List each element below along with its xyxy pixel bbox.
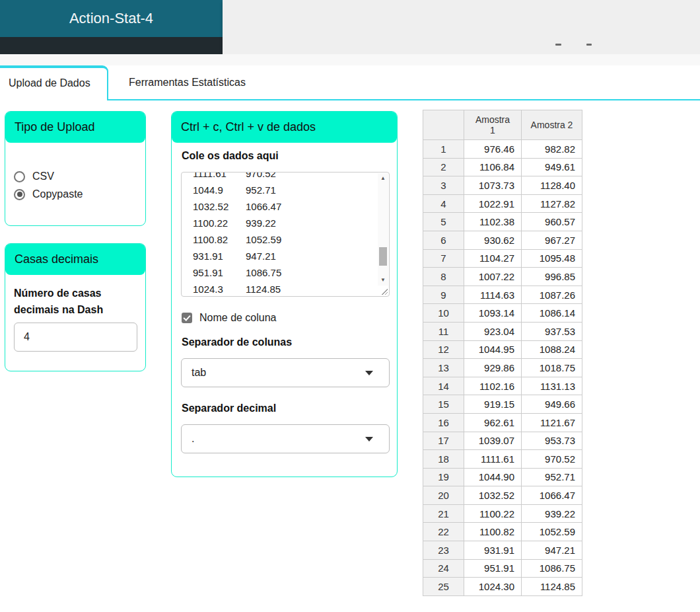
paste-data-textarea[interactable]: 1111.61970.521044.9952.711032.521066.471… <box>181 172 390 297</box>
scrollbar-thumb[interactable] <box>379 247 387 266</box>
textarea-line: 1111.61970.52 <box>193 172 376 182</box>
row-index-cell: 7 <box>423 249 464 268</box>
select-value: . <box>192 425 194 453</box>
row-index-cell: 4 <box>423 194 464 213</box>
decimal-separator-label: Separador decimal <box>182 402 276 414</box>
table-row: 13929.861018.75 <box>423 359 582 377</box>
data-cell: 1032.52 <box>464 486 522 505</box>
table-row: 24951.911086.75 <box>423 559 582 578</box>
textarea-line: 1100.22939.22 <box>193 215 376 231</box>
tab-label: Ferramentas Estatísticas <box>110 65 295 99</box>
column-name-checkbox[interactable] <box>182 313 192 323</box>
data-cell: 1088.24 <box>522 340 582 359</box>
chevron-down-icon <box>365 371 373 375</box>
upload-type-panel-title: Tipo de Upload <box>5 112 145 143</box>
data-table-body: 1976.46982.8221106.84949.6131073.731128.… <box>423 140 582 596</box>
radio-option-copypaste[interactable]: Copypaste <box>14 188 145 200</box>
column-header: Amostra 1 <box>464 110 522 140</box>
data-cell: 970.52 <box>522 450 582 469</box>
header-dark-strip <box>0 37 223 54</box>
radio-option-csv[interactable]: CSV <box>14 171 145 182</box>
data-cell: 1022.91 <box>464 194 522 213</box>
data-cell: 1086.75 <box>522 559 582 578</box>
scroll-up-icon[interactable]: ▲ <box>378 174 388 183</box>
textarea-line: 931.91947.21 <box>193 248 376 264</box>
data-cell: 949.61 <box>522 158 582 176</box>
textarea-scrollbar[interactable]: ▲ ▼ <box>378 173 388 286</box>
row-index-cell: 10 <box>423 304 464 323</box>
data-table: Amostra 1Amostra 2 1976.46982.8221106.84… <box>423 110 582 596</box>
data-cell: 931.91 <box>464 541 522 560</box>
textarea-line: 1044.9952.71 <box>193 182 376 198</box>
data-cell: 1127.82 <box>522 194 582 213</box>
data-cell: 1124.85 <box>522 578 582 596</box>
overlay-window <box>223 0 700 54</box>
radio-button-copypaste[interactable] <box>14 189 25 200</box>
data-cell: 1114.63 <box>464 286 522 304</box>
row-index-cell: 5 <box>423 213 464 231</box>
decimals-input[interactable] <box>14 323 137 352</box>
data-cell: 1100.82 <box>464 523 522 541</box>
table-row: 141102.161131.13 <box>423 377 582 395</box>
row-index-cell: 8 <box>423 268 464 286</box>
data-cell: 1102.16 <box>464 377 522 395</box>
column-separator-label: Separador de colunas <box>182 336 292 348</box>
table-row: 251024.301124.85 <box>423 578 582 596</box>
data-cell: 947.21 <box>522 541 582 560</box>
textarea-line: 951.911086.75 <box>193 264 376 281</box>
overlay-text-fragment <box>586 44 592 46</box>
table-row: 201032.521066.47 <box>423 486 582 505</box>
data-cell: 967.27 <box>522 231 582 249</box>
decimal-separator-select[interactable]: . <box>181 424 390 453</box>
data-cell: 930.62 <box>464 231 522 249</box>
data-cell: 1052.59 <box>522 523 582 541</box>
upload-type-panel: Tipo de Upload CSV Copypaste <box>5 111 146 226</box>
data-cell: 1024.30 <box>464 578 522 596</box>
table-row: 221100.821052.59 <box>423 523 582 541</box>
row-index-cell: 22 <box>423 523 464 541</box>
row-index-cell: 12 <box>423 340 464 359</box>
table-row: 81007.22996.85 <box>423 268 582 286</box>
data-cell: 982.82 <box>522 140 582 159</box>
textarea-line: 1024.31124.85 <box>193 281 376 297</box>
tab-ferramentas-estatisticas[interactable]: Ferramentas Estatísticas <box>110 65 295 100</box>
data-cell: 1039.07 <box>464 432 522 450</box>
data-cell: 1100.22 <box>464 504 522 523</box>
column-name-checkbox-row[interactable]: Nome de coluna <box>182 312 277 324</box>
checkbox-label: Nome de coluna <box>199 312 277 324</box>
data-cell: 937.53 <box>522 322 582 340</box>
row-index-cell: 25 <box>423 578 464 596</box>
data-cell: 1111.61 <box>464 450 522 469</box>
radio-button-csv[interactable] <box>14 171 25 182</box>
tab-bar: Upload de Dados Ferramentas Estatísticas <box>0 65 700 100</box>
tab-upload-de-dados[interactable]: Upload de Dados <box>0 65 108 100</box>
table-row: 6930.62967.27 <box>423 231 582 249</box>
data-cell: 996.85 <box>522 268 582 286</box>
chevron-down-icon <box>365 437 373 441</box>
table-row: 1976.46982.82 <box>423 140 582 159</box>
decimals-label: Número de casas decimais na Dash <box>5 275 145 318</box>
row-index-cell: 23 <box>423 541 464 560</box>
radio-label: CSV <box>32 171 54 182</box>
table-row: 101093.141086.14 <box>423 304 582 323</box>
tab-label: Upload de Dados <box>0 68 107 98</box>
table-row: 11923.04937.53 <box>423 322 582 340</box>
table-row: 181111.61970.52 <box>423 450 582 469</box>
data-cell: 1106.84 <box>464 158 522 176</box>
column-header <box>423 110 464 140</box>
table-row: 15919.15949.66 <box>423 395 582 414</box>
data-cell: 1131.13 <box>522 377 582 395</box>
data-cell: 976.46 <box>464 140 522 159</box>
table-row: 16962.611121.67 <box>423 413 582 432</box>
table-row: 211100.22939.22 <box>423 504 582 523</box>
data-cell: 1044.90 <box>464 468 522 486</box>
row-index-cell: 19 <box>423 468 464 486</box>
table-row: 51102.38960.57 <box>423 213 582 231</box>
resize-grip-icon[interactable] <box>380 287 388 295</box>
scroll-down-icon[interactable]: ▼ <box>378 276 388 285</box>
column-separator-select[interactable]: tab <box>181 358 390 387</box>
upload-type-radio-group: CSV Copypaste <box>5 143 145 200</box>
data-cell: 1066.47 <box>522 486 582 505</box>
row-index-cell: 17 <box>423 432 464 450</box>
row-index-cell: 6 <box>423 231 464 249</box>
